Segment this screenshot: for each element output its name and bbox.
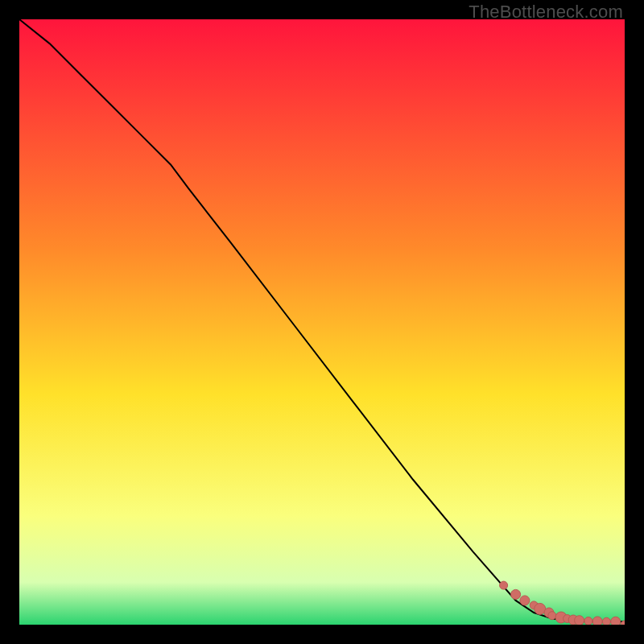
plot-area [19, 19, 625, 625]
watermark-text: TheBottleneck.com [469, 2, 623, 23]
data-point [520, 596, 530, 605]
gradient-background [19, 19, 625, 625]
data-point [500, 581, 508, 589]
data-point [592, 617, 602, 625]
data-point [575, 616, 584, 625]
data-point [548, 612, 556, 620]
data-point [602, 617, 610, 625]
chart-canvas [19, 19, 625, 625]
plot-frame [19, 19, 625, 625]
data-point [611, 617, 621, 625]
data-point [511, 589, 521, 599]
data-point [584, 617, 592, 625]
